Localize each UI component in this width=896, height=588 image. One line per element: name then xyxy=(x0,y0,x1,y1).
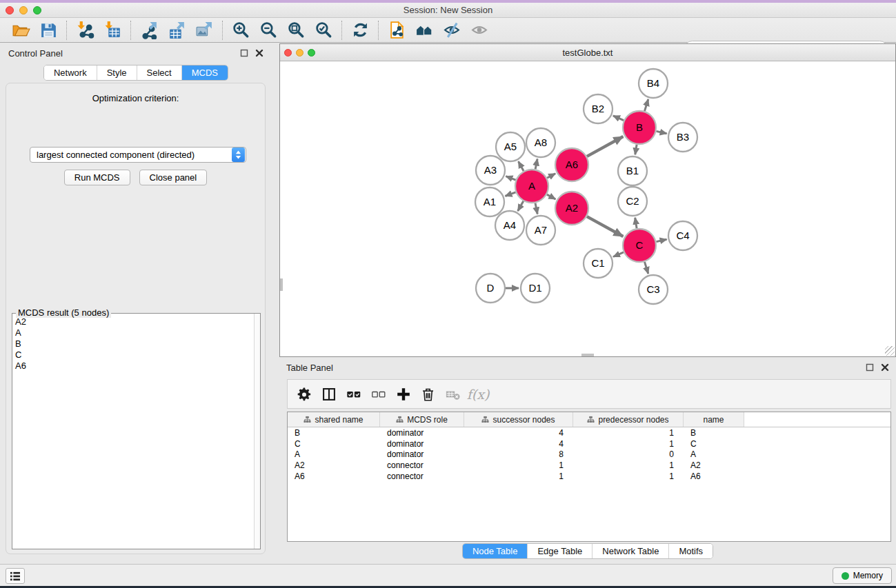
export-table-button[interactable] xyxy=(163,19,190,41)
run-mcds-button[interactable]: Run MCDS xyxy=(64,170,130,185)
node-B[interactable]: B xyxy=(623,111,656,144)
node-C2[interactable]: C2 xyxy=(618,187,647,216)
network-hscroll-nub[interactable] xyxy=(581,354,594,356)
node-A6[interactable]: A6 xyxy=(555,148,588,181)
node-B2[interactable]: B2 xyxy=(584,94,613,123)
zoom-fit-button[interactable] xyxy=(282,19,310,41)
edge-A-A3[interactable] xyxy=(506,176,515,181)
task-history-button[interactable] xyxy=(6,568,25,584)
edge-C-C4[interactable] xyxy=(656,239,666,241)
network-resize-grip[interactable] xyxy=(885,346,895,356)
memory-button[interactable]: Memory xyxy=(833,567,892,584)
network-vscroll-nub[interactable] xyxy=(280,278,283,291)
network-canvas[interactable]: B4B2BB3A5A8A6A3B1AA1C2A2A4A7C4CC1C3DD1 xyxy=(280,61,895,356)
node-C[interactable]: C xyxy=(623,229,656,262)
zoom-out-button[interactable] xyxy=(255,19,282,41)
tab-network[interactable]: Network xyxy=(44,65,97,80)
edge-A-A8[interactable] xyxy=(535,159,537,170)
tab-motifs[interactable]: Motifs xyxy=(668,544,713,558)
node-A2[interactable]: A2 xyxy=(555,192,588,225)
network-window-titlebar[interactable]: testGlobe.txt xyxy=(280,44,895,61)
table-row[interactable]: Adominator80A xyxy=(288,449,890,460)
node-B1[interactable]: B1 xyxy=(618,156,647,185)
node-A5[interactable]: A5 xyxy=(496,132,525,161)
import-network-button[interactable] xyxy=(71,19,99,41)
tab-style[interactable]: Style xyxy=(97,65,137,80)
node-C4[interactable]: C4 xyxy=(668,221,697,250)
network-from-selection-button[interactable] xyxy=(383,19,410,41)
node-A8[interactable]: A8 xyxy=(526,128,555,157)
edge-A-A4[interactable] xyxy=(518,201,524,211)
node-A4[interactable]: A4 xyxy=(495,211,524,240)
float-table-panel-icon[interactable] xyxy=(866,363,874,372)
node-C3[interactable]: C3 xyxy=(639,275,668,304)
delete-table-button[interactable] xyxy=(442,383,464,405)
close-table-panel-icon[interactable] xyxy=(881,363,889,372)
table-row[interactable]: Bdominator41B xyxy=(288,427,890,438)
edge-A-A7[interactable] xyxy=(535,203,537,214)
import-table-button[interactable] xyxy=(99,19,126,41)
mcds-result-item[interactable]: B xyxy=(12,338,253,349)
tab-edge-table[interactable]: Edge Table xyxy=(527,544,592,558)
close-panel-icon[interactable] xyxy=(255,49,263,57)
mcds-result-scrollbar[interactable] xyxy=(254,314,260,549)
edge-B-B2[interactable] xyxy=(613,116,624,121)
edge-A-A5[interactable] xyxy=(519,161,524,171)
node-B3[interactable]: B3 xyxy=(668,123,697,152)
add-column-button[interactable] xyxy=(392,383,415,405)
edge-B-B1[interactable] xyxy=(635,145,637,155)
mcds-result-item[interactable]: A6 xyxy=(12,361,253,372)
function-builder-button[interactable]: f(x) xyxy=(467,383,489,405)
node-A7[interactable]: A7 xyxy=(526,216,555,245)
tab-network-table[interactable]: Network Table xyxy=(592,544,668,558)
table-row[interactable]: Cdominator41C xyxy=(288,438,890,449)
edge-B-B4[interactable] xyxy=(645,99,648,111)
zoom-selected-button[interactable] xyxy=(310,19,337,41)
float-panel-icon[interactable] xyxy=(240,49,248,57)
edge-C-C2[interactable] xyxy=(635,218,637,229)
column-header-shared-name[interactable]: shared name xyxy=(288,412,380,427)
table-settings-button[interactable] xyxy=(293,383,315,405)
tab-select[interactable]: Select xyxy=(137,65,181,80)
node-B4[interactable]: B4 xyxy=(639,69,668,98)
table-row[interactable]: A6connector11A6 xyxy=(288,471,890,482)
edge-C-C1[interactable] xyxy=(613,252,624,257)
mcds-result-item[interactable]: A2 xyxy=(12,316,253,327)
column-header-predecessor-nodes[interactable]: predecessor nodes xyxy=(573,412,684,427)
edge-A-A2[interactable] xyxy=(547,194,556,199)
node-A[interactable]: A xyxy=(515,170,548,203)
edge-A6-B[interactable] xyxy=(587,136,624,156)
show-all-button[interactable] xyxy=(466,19,493,41)
node-C1[interactable]: C1 xyxy=(584,249,613,278)
mcds-result-item[interactable]: A xyxy=(12,327,253,338)
tab-mcds[interactable]: MCDS xyxy=(181,65,228,80)
export-network-button[interactable] xyxy=(135,19,163,41)
edge-B-B3[interactable] xyxy=(656,131,666,133)
first-neighbors-button[interactable] xyxy=(410,19,438,41)
node-A3[interactable]: A3 xyxy=(476,156,505,185)
hide-selected-button[interactable] xyxy=(438,19,466,41)
deselect-all-button[interactable] xyxy=(368,383,390,405)
edge-A-A6[interactable] xyxy=(547,174,555,179)
edge-A2-C[interactable] xyxy=(587,216,624,236)
zoom-in-button[interactable] xyxy=(227,19,255,41)
column-header-successor-nodes[interactable]: successor nodes xyxy=(464,412,573,427)
edge-C-C3[interactable] xyxy=(645,262,648,274)
edge-A-A1[interactable] xyxy=(506,192,516,196)
mcds-result-item[interactable]: C xyxy=(12,349,253,361)
tab-node-table[interactable]: Node Table xyxy=(463,544,528,558)
refresh-layout-button[interactable] xyxy=(346,19,374,41)
node-D[interactable]: D xyxy=(476,274,505,303)
column-visibility-button[interactable] xyxy=(318,383,340,405)
column-header-name[interactable]: name xyxy=(684,412,744,427)
close-panel-button[interactable]: Close panel xyxy=(139,170,208,185)
table-row[interactable]: A2connector11A2 xyxy=(288,460,890,471)
export-image-button[interactable] xyxy=(190,19,218,41)
node-A1[interactable]: A1 xyxy=(475,187,504,216)
select-all-button[interactable] xyxy=(343,383,365,405)
save-session-button[interactable] xyxy=(34,19,62,41)
open-session-button[interactable] xyxy=(7,19,34,41)
column-header-mcds-role[interactable]: MCDS role xyxy=(380,412,464,427)
delete-column-button[interactable] xyxy=(417,383,439,405)
criterion-dropdown[interactable]: largest connected component (directed) xyxy=(30,147,246,163)
